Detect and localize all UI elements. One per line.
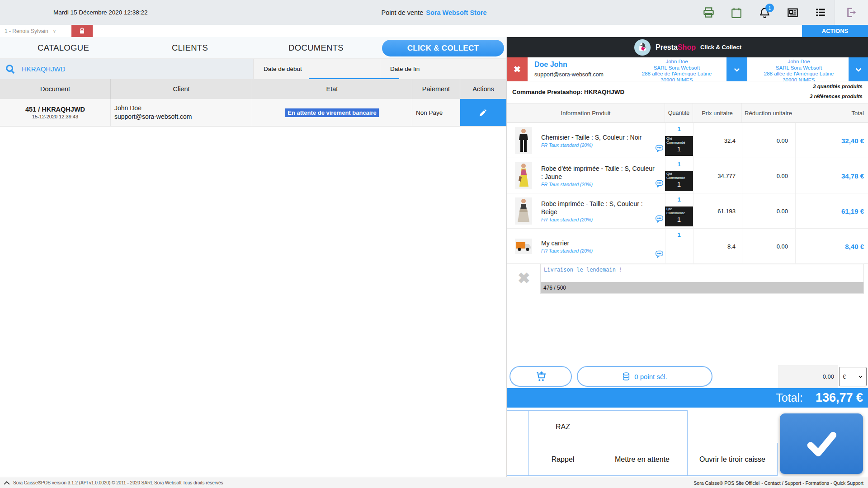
click-collect-label: Click & Collect bbox=[700, 44, 741, 51]
search-input[interactable] bbox=[22, 65, 230, 73]
product-total: 32,40 € bbox=[795, 123, 868, 158]
hold-order-button[interactable]: Mettre en attente bbox=[597, 443, 688, 476]
product-quantity[interactable]: 1 bbox=[665, 126, 693, 132]
pos-title: Point de vente Sora Websoft Store bbox=[253, 0, 615, 25]
date-end-field[interactable]: Date de fin bbox=[380, 59, 506, 79]
add-to-cart-button[interactable] bbox=[509, 366, 572, 387]
product-row[interactable]: Robe imprimée - Taille : S, Couleur : Be… bbox=[507, 193, 868, 229]
product-name: Chemisier - Taille : S, Couleur : Noir bbox=[541, 133, 657, 141]
product-quantity[interactable]: 1 bbox=[665, 161, 693, 168]
carrier-image bbox=[515, 239, 532, 254]
quantity-summary: 3 quantités produits bbox=[813, 84, 863, 89]
order-note-row: ✖ Livraison le lendemain ! 476 / 500 bbox=[507, 264, 868, 294]
product-tax: FR Taux standard (20%) bbox=[541, 182, 657, 187]
status-badge: En attente de virement bancaire bbox=[285, 108, 379, 117]
comment-icon[interactable] bbox=[655, 145, 664, 154]
product-unit-price: 34.777 bbox=[693, 158, 742, 193]
validate-order-button[interactable] bbox=[780, 413, 863, 474]
rappel-button[interactable]: Rappel bbox=[528, 443, 597, 476]
document-cell: 451 / HKRAQHJWD 15-12-2020 12:39:43 bbox=[0, 99, 111, 126]
col-actions: Actions bbox=[460, 79, 506, 99]
product-info: Robe imprimée - Taille : S, Couleur : Be… bbox=[541, 193, 657, 229]
search-zone bbox=[0, 59, 253, 79]
loyalty-points-button[interactable]: 0 point sél. bbox=[577, 366, 712, 387]
tab-catalogue[interactable]: CATALOGUE bbox=[16, 37, 111, 59]
product-quantity[interactable]: 1 bbox=[665, 196, 693, 203]
document-row[interactable]: 451 / HKRAQHJWD 15-12-2020 12:39:43 John… bbox=[0, 99, 506, 127]
news-button[interactable] bbox=[778, 0, 807, 25]
carrier-total: 8,40 € bbox=[795, 229, 868, 264]
col-client: Client bbox=[111, 79, 252, 99]
documents-table-header: Document Client Etat Paiement Actions bbox=[0, 79, 506, 99]
print-button[interactable] bbox=[694, 0, 722, 25]
amount-input[interactable]: 0.00 bbox=[778, 365, 838, 388]
actions-cell bbox=[460, 99, 506, 126]
grid-empty-cell bbox=[507, 410, 529, 443]
product-unit-price: 61.193 bbox=[693, 193, 742, 229]
lock-session-button[interactable] bbox=[71, 25, 93, 37]
close-order-button[interactable]: ✖ bbox=[507, 57, 528, 81]
top-bar: Mardi 15 Décembre 2020 12:38:22 Point de… bbox=[0, 0, 868, 25]
tab-documents[interactable]: DOCUMENTS bbox=[269, 37, 363, 59]
order-note-box[interactable]: Livraison le lendemain ! 476 / 500 bbox=[540, 264, 864, 294]
total-bar: Total: 136,77 € bbox=[507, 388, 868, 408]
carrier-row[interactable]: My carrier FR Taux standard (20%) 1 8.4 … bbox=[507, 229, 868, 264]
calendar-icon bbox=[731, 7, 742, 19]
comment-icon[interactable] bbox=[655, 250, 664, 260]
product-row[interactable]: Chemisier - Taille : S, Couleur : Noir F… bbox=[507, 123, 868, 158]
ordered-quantity-badge: Qté Commandé 1 bbox=[665, 136, 693, 156]
caret-up-icon[interactable] bbox=[4, 481, 10, 485]
etat-cell: En attente de virement bancaire bbox=[252, 99, 412, 126]
delivery-address: John Doe SARL Sora Websoft 288 allée de … bbox=[627, 57, 726, 81]
check-icon bbox=[802, 424, 841, 463]
product-table-header: Information Produit Quantité Prix unitai… bbox=[507, 103, 868, 123]
col-total: Total bbox=[795, 103, 868, 122]
product-name: Robe imprimée - Taille : S, Couleur : Be… bbox=[541, 200, 657, 216]
client-name: John Doe bbox=[114, 104, 252, 113]
invoice-address-expand-button[interactable] bbox=[849, 57, 868, 81]
delivery-address-expand-button[interactable] bbox=[726, 57, 747, 81]
invoice-address: John Doe SARL Sora Websoft 288 allée de … bbox=[749, 57, 849, 81]
comment-icon[interactable] bbox=[655, 180, 664, 189]
order-note-text[interactable]: Livraison le lendemain ! bbox=[541, 264, 863, 282]
carrier-quantity[interactable]: 1 bbox=[665, 231, 693, 238]
paiement-cell: Non Payé bbox=[412, 99, 460, 126]
date-start-field[interactable]: Date de début bbox=[253, 59, 380, 79]
tab-clients[interactable]: CLIENTS bbox=[142, 37, 237, 59]
col-paiement: Paiement bbox=[412, 79, 460, 99]
printer-icon bbox=[703, 6, 715, 19]
carrier-unit-price: 8.4 bbox=[693, 229, 742, 264]
product-name: Robe d'été imprimée - Taille : S, Couleu… bbox=[541, 164, 657, 181]
ordered-quantity-badge: Qté Commandé 1 bbox=[665, 171, 693, 191]
notification-badge: 1 bbox=[765, 4, 774, 12]
newspaper-icon bbox=[787, 6, 799, 19]
orders-list-button[interactable] bbox=[807, 0, 835, 25]
employee-select[interactable]: 1 - Renois Sylvain ∨ bbox=[5, 25, 56, 37]
remove-note-icon[interactable]: ✖ bbox=[518, 269, 530, 287]
col-prix-unitaire: Prix unitaire bbox=[693, 103, 742, 122]
datetime-display: Mardi 15 Décembre 2020 12:38:22 bbox=[53, 0, 148, 25]
support-links[interactable]: - Contact / Support - Formations - Quick… bbox=[761, 480, 863, 486]
product-row[interactable]: Robe d'été imprimée - Taille : S, Couleu… bbox=[507, 158, 868, 193]
client-cell: John Doe support@sora-websoft.com bbox=[111, 99, 252, 126]
action-button-grid: RAZ Rappel Mettre en attente Ouvrir le t… bbox=[507, 410, 868, 476]
logout-button[interactable] bbox=[835, 0, 868, 25]
col-document: Document bbox=[0, 79, 111, 99]
currency-value: € bbox=[843, 373, 846, 380]
comment-icon[interactable] bbox=[655, 215, 664, 225]
open-drawer-button[interactable]: Ouvrir le tiroir caisse bbox=[687, 443, 778, 476]
col-etat: Etat bbox=[252, 79, 412, 99]
raz-button[interactable]: RAZ bbox=[528, 410, 597, 443]
edit-document-button[interactable] bbox=[460, 99, 506, 126]
calendar-button[interactable] bbox=[722, 0, 750, 25]
sign-out-icon bbox=[845, 6, 858, 19]
filter-bar: Date de début Date de fin bbox=[0, 59, 506, 79]
tab-click-and-collect[interactable]: CLICK & COLLECT bbox=[382, 40, 504, 56]
prestashop-logo bbox=[634, 39, 651, 56]
prestashop-wordmark: PrestaShop bbox=[656, 43, 696, 52]
product-unit-price: 32.4 bbox=[693, 123, 742, 158]
currency-select[interactable]: € bbox=[839, 367, 867, 386]
actions-button[interactable]: ACTIONS bbox=[802, 25, 868, 37]
notifications-button[interactable]: 1 bbox=[750, 0, 778, 25]
site-officiel-link[interactable]: Sora Caisse® POS Site Officiel bbox=[693, 480, 760, 486]
